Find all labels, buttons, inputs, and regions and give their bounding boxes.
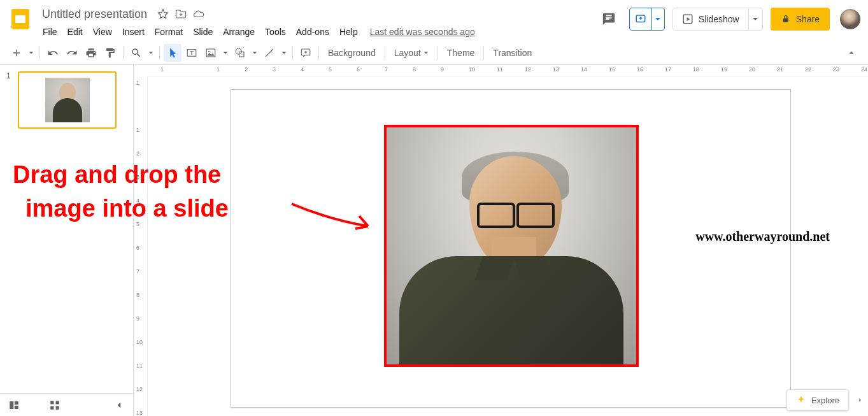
- share-label: Share: [796, 14, 820, 24]
- svg-rect-13: [15, 405, 18, 408]
- slide-panel: 1: [0, 65, 134, 416]
- filmstrip-view-button[interactable]: [6, 398, 22, 413]
- menu-tools[interactable]: Tools: [260, 24, 290, 39]
- share-button[interactable]: Share: [771, 8, 830, 31]
- svg-rect-17: [56, 406, 59, 409]
- new-slide-dropdown[interactable]: [27, 44, 36, 62]
- svg-point-8: [236, 48, 241, 54]
- menu-bar: File Edit View Insert Format Slide Arran…: [38, 23, 596, 41]
- slideshow-button[interactable]: Slideshow: [672, 8, 763, 31]
- menu-insert[interactable]: Insert: [118, 24, 149, 39]
- annotation-arrow: [285, 191, 387, 242]
- svg-rect-1: [15, 15, 25, 23]
- print-button[interactable]: [82, 44, 100, 62]
- inserted-image[interactable]: [384, 125, 639, 367]
- title-area: Untitled presentation File Edit View Ins…: [38, 5, 596, 41]
- transition-button[interactable]: Transition: [488, 45, 537, 61]
- menu-slide[interactable]: Slide: [189, 24, 217, 39]
- account-avatar[interactable]: [840, 9, 860, 29]
- menu-addons[interactable]: Add-ons: [292, 24, 334, 39]
- separator: [318, 46, 319, 60]
- line-dropdown[interactable]: [280, 44, 288, 62]
- textbox-button[interactable]: [183, 44, 201, 62]
- present-dropdown-icon[interactable]: [651, 8, 664, 30]
- zoom-button[interactable]: [127, 44, 145, 62]
- separator: [438, 46, 438, 60]
- svg-rect-16: [50, 406, 53, 409]
- present-to-meeting-button[interactable]: [629, 8, 665, 31]
- paint-format-button[interactable]: [101, 44, 119, 62]
- canvas-scroll[interactable]: [148, 76, 868, 416]
- expand-side-panel-button[interactable]: [854, 389, 865, 411]
- svg-rect-12: [15, 401, 18, 405]
- collapse-panel-button[interactable]: [111, 398, 127, 413]
- menu-view[interactable]: View: [89, 24, 117, 39]
- layout-button[interactable]: Layout: [389, 45, 434, 61]
- menu-arrange[interactable]: Arrange: [218, 24, 259, 39]
- separator: [159, 46, 160, 60]
- horizontal-ruler: 1123456789101112131415161718192021222324…: [148, 65, 868, 76]
- menu-edit[interactable]: Edit: [63, 24, 87, 39]
- new-slide-button[interactable]: [8, 44, 25, 62]
- document-title[interactable]: Untitled presentation: [38, 6, 151, 22]
- explore-label: Explore: [811, 396, 839, 405]
- image-dropdown[interactable]: [221, 44, 230, 62]
- slide-canvas[interactable]: [231, 89, 791, 408]
- explore-button[interactable]: Explore: [786, 389, 849, 411]
- separator: [39, 46, 40, 60]
- slideshow-label: Slideshow: [699, 14, 739, 24]
- separator: [123, 46, 124, 60]
- separator: [385, 46, 385, 60]
- vertical-ruler: 11234567891011121314: [134, 76, 148, 416]
- slide-number: 1: [6, 71, 14, 129]
- sidebar-bottom-bar: [0, 393, 133, 416]
- undo-button[interactable]: [44, 44, 62, 62]
- svg-point-7: [208, 50, 210, 52]
- move-icon[interactable]: [175, 8, 187, 20]
- header-right: Slideshow Share: [596, 5, 860, 33]
- watermark-text: www.otherwayround.net: [695, 229, 830, 244]
- redo-button[interactable]: [63, 44, 81, 62]
- menu-file[interactable]: File: [38, 24, 62, 39]
- svg-rect-11: [10, 401, 13, 409]
- slides-logo[interactable]: [8, 6, 33, 32]
- collapse-toolbar-button[interactable]: [843, 44, 860, 62]
- star-icon[interactable]: [157, 8, 169, 20]
- separator: [292, 46, 293, 60]
- shape-dropdown[interactable]: [250, 44, 259, 62]
- thumbnail-list: 1: [0, 65, 133, 393]
- portrait-photo: [387, 127, 636, 364]
- last-edit-link[interactable]: Last edit was seconds ago: [370, 27, 475, 37]
- grid-view-button[interactable]: [47, 398, 62, 413]
- separator: [483, 46, 484, 60]
- background-button[interactable]: Background: [323, 45, 381, 61]
- thumbnail-item[interactable]: 1: [6, 71, 127, 129]
- svg-rect-15: [56, 401, 59, 404]
- slideshow-dropdown-icon[interactable]: [748, 8, 762, 30]
- thumbnail-image-preview: [45, 78, 90, 122]
- zoom-dropdown[interactable]: [146, 44, 155, 62]
- app-header: Untitled presentation File Edit View Ins…: [0, 0, 868, 41]
- menu-help[interactable]: Help: [335, 24, 362, 39]
- select-tool-button[interactable]: [164, 44, 181, 62]
- toolbar: Background Layout Theme Transition: [0, 41, 868, 65]
- cloud-status-icon[interactable]: [193, 8, 204, 20]
- comments-button[interactable]: [596, 6, 622, 32]
- comment-button[interactable]: [297, 44, 315, 62]
- svg-rect-4: [783, 18, 788, 22]
- menu-format[interactable]: Format: [150, 24, 187, 39]
- image-button[interactable]: [202, 44, 220, 62]
- slide-thumbnail[interactable]: [18, 71, 117, 129]
- theme-button[interactable]: Theme: [442, 45, 480, 61]
- line-button[interactable]: [260, 44, 278, 62]
- annotation-text: Drag and drop the image into a slide: [13, 158, 229, 226]
- shape-button[interactable]: [231, 44, 249, 62]
- svg-rect-14: [50, 401, 53, 404]
